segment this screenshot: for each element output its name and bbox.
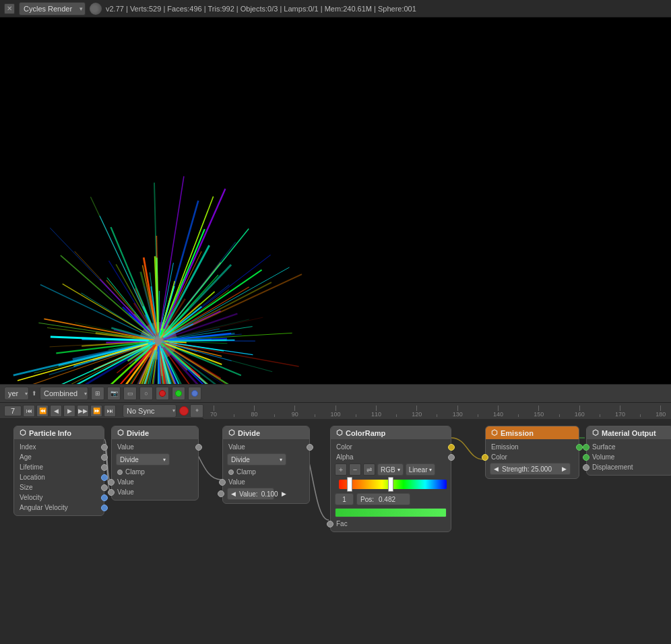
socket-displacement-in[interactable]	[583, 464, 589, 471]
socket-index[interactable]	[101, 444, 108, 451]
divide2-value-field-row[interactable]: ◀ Value: 0.100 ▶	[223, 487, 309, 501]
node-output-angular: Angular Velocity	[14, 503, 104, 513]
layer-select[interactable]: yer	[4, 387, 29, 400]
colorramp-node[interactable]: ⬡ ColorRamp Color Alpha + − ⇌ RGB ▾	[330, 426, 451, 532]
socket-angular[interactable]	[101, 505, 108, 511]
play-button[interactable]: ▶	[63, 405, 75, 417]
node-output-size: Size	[14, 482, 104, 492]
icon-checkerboard[interactable]: ⊞	[91, 387, 104, 400]
socket-lifetime[interactable]	[101, 464, 108, 471]
divide1-operation-field[interactable]: Divide ▾	[116, 453, 170, 465]
divide2-input-val1: Value	[223, 477, 309, 487]
layer-select-wrap: yer ▾ ⬆ Combined ▾	[4, 387, 88, 400]
matout-volume-row: Volume	[587, 452, 671, 462]
matout-displacement-row: Displacement	[587, 462, 671, 472]
stop-pos-field[interactable]: Pos: 0.482	[356, 493, 410, 505]
socket-div2-in2[interactable]	[218, 490, 224, 497]
node-output-index: Index	[14, 442, 104, 452]
divide1-clamp-row: Clamp	[112, 467, 198, 477]
cr-flip-btn[interactable]: ⇌	[363, 463, 375, 476]
stop-marker-left[interactable]	[347, 477, 352, 492]
material-output-node[interactable]: ⬡ Material Output Surface Volume Displac…	[586, 426, 671, 476]
socket-div2-in1[interactable]	[219, 479, 226, 486]
socket-alpha-out[interactable]	[448, 454, 455, 461]
socket-div1-in1[interactable]	[108, 479, 115, 486]
colorramp-header: ⬡ ColorRamp	[331, 426, 451, 439]
jump-end-button[interactable]: ⏭	[104, 405, 116, 417]
close-button[interactable]: ✕	[4, 3, 15, 14]
socket-div1-out[interactable]	[195, 444, 202, 451]
step-back-button[interactable]: ◀	[50, 405, 62, 417]
engine-select[interactable]: Cycles Render	[19, 2, 86, 15]
render-viewport	[0, 18, 671, 384]
sync-select[interactable]: No Sync	[123, 404, 177, 418]
socket-surface-in[interactable]	[583, 444, 589, 451]
socket-clamp-check[interactable]	[117, 470, 123, 475]
cr-interp-field[interactable]: Linear ▾	[406, 463, 436, 476]
socket-color-out[interactable]	[448, 444, 455, 451]
material-output-content: Surface Volume Displacement	[587, 439, 671, 475]
frame-number-input[interactable]	[4, 406, 22, 416]
node-editor[interactable]: ⬡ Particle Info Index Age Lifetime Locat…	[0, 419, 671, 644]
jump-fwd-button[interactable]: ⏩	[90, 405, 102, 417]
node-output-location: Location	[14, 472, 104, 482]
divide2-operation-field[interactable]: Divide ▾	[227, 453, 286, 465]
status-text: v2.77 | Verts:529 | Faces:496 | Tris:992…	[106, 5, 416, 13]
keyframe-button[interactable]: ⌖	[190, 404, 203, 418]
top-bar: ✕ Cycles Render ▾ v2.77 | Verts:529 | Fa…	[0, 0, 671, 18]
socket-div1-in2[interactable]	[108, 489, 115, 496]
divide1-input-val2: Value	[112, 487, 198, 497]
divide1-header: ⬡ Divide	[112, 426, 198, 439]
colorramp-bar[interactable]	[339, 480, 447, 489]
timeline-ruler[interactable]: 708090100110120130140150160170180	[203, 403, 671, 419]
blender-logo	[90, 3, 102, 15]
socket-emission-out[interactable]	[576, 444, 583, 451]
step-fwd-button[interactable]: ▶▶	[77, 405, 89, 417]
icon-camera[interactable]: 📷	[107, 387, 121, 400]
divide1-output-value: Value	[112, 442, 198, 452]
node-output-velocity: Velocity	[14, 492, 104, 503]
stop-index-field[interactable]: 1	[335, 493, 354, 505]
socket-velocity[interactable]	[101, 494, 108, 501]
divide1-input-val1: Value	[112, 477, 198, 487]
socket-emission-color-in[interactable]	[482, 454, 488, 461]
material-output-header: ⬡ Material Output	[587, 426, 671, 439]
icon-rect[interactable]: ▭	[123, 387, 137, 400]
icon-red-dot[interactable]	[156, 387, 169, 400]
icon-green-dot[interactable]	[172, 387, 185, 400]
emission-node[interactable]: ⬡ Emission Emission Color ◀ Strength: 25…	[485, 426, 579, 479]
colorramp-output-color: Color	[331, 442, 451, 452]
jump-back-button[interactable]: ⏪	[36, 405, 49, 417]
socket-div2-clamp[interactable]	[228, 470, 234, 475]
colorramp-controls: + − ⇌ RGB ▾ Linear ▾	[331, 462, 451, 477]
combined-select[interactable]: Combined	[40, 387, 88, 400]
divide2-node[interactable]: ⬡ Divide Value Divide ▾ Clamp Value	[222, 426, 310, 504]
cr-mode-field[interactable]: RGB ▾	[377, 463, 404, 476]
socket-volume-in[interactable]	[583, 454, 589, 461]
cr-add-btn[interactable]: +	[335, 463, 347, 476]
icon-circle[interactable]: ○	[139, 387, 153, 400]
icon-blue-dot[interactable]	[188, 387, 201, 400]
stop-marker-right[interactable]	[388, 477, 393, 492]
cr-remove-btn[interactable]: −	[349, 463, 361, 476]
particle-info-node[interactable]: ⬡ Particle Info Index Age Lifetime Locat…	[13, 426, 104, 516]
divide1-content: Value Divide ▾ Clamp Value Value	[112, 439, 198, 500]
socket-div2-out[interactable]	[307, 444, 313, 451]
colorramp-content: Color Alpha + − ⇌ RGB ▾ Linear ▾	[331, 439, 451, 532]
socket-fac-in[interactable]	[327, 521, 333, 527]
particle-info-content: Index Age Lifetime Location Size Velocit…	[14, 439, 104, 515]
colorramp-green-strip	[335, 508, 447, 517]
socket-age[interactable]	[101, 454, 108, 461]
divide1-node[interactable]: ⬡ Divide Value Divide ▾ Clamp Value	[111, 426, 199, 501]
emission-output: Emission	[486, 442, 579, 452]
divide2-header: ⬡ Divide	[223, 426, 309, 439]
socket-size[interactable]	[101, 484, 108, 491]
record-button[interactable]	[179, 406, 189, 416]
divide2-value-field[interactable]: ◀ Value: 0.100 ▶	[227, 488, 274, 500]
jump-start-button[interactable]: ⏮	[23, 405, 35, 417]
node-output-age: Age	[14, 452, 104, 462]
socket-location[interactable]	[101, 474, 108, 481]
strength-field[interactable]: ◀ Strength: 25.000 ▶	[490, 463, 571, 475]
render-canvas	[0, 18, 671, 384]
emission-input-color: Color	[486, 452, 579, 462]
